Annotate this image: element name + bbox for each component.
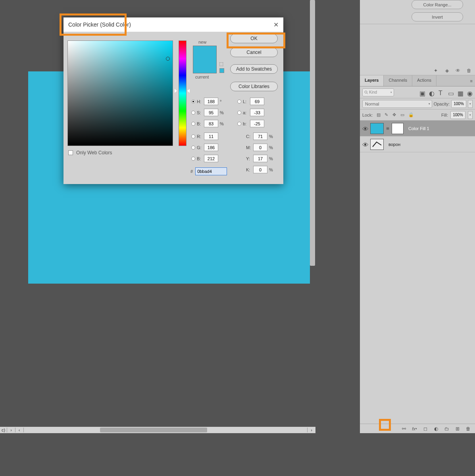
layer-name[interactable]: Color Fill 1: [408, 126, 429, 131]
close-icon[interactable]: ✕: [273, 21, 279, 29]
hue-slider[interactable]: [179, 40, 187, 146]
layer-row[interactable]: 👁 ворон: [360, 136, 475, 152]
dialog-titlebar[interactable]: Color Picker (Solid Color) ✕: [63, 17, 283, 32]
lock-row: Lock: ▨ ✎ ✥ ▭ 🔒 Fill: ▾: [360, 109, 475, 121]
Y-input[interactable]: [253, 155, 267, 162]
bri-radio[interactable]: [191, 122, 195, 126]
horizontal-scroll-track[interactable]: [25, 427, 307, 433]
opacity-label: Opacity:: [434, 102, 450, 106]
adjustment-layer-icon[interactable]: ◐: [433, 426, 439, 432]
opacity-dd[interactable]: ▾: [468, 100, 473, 108]
hscroll-left-arrow[interactable]: ‹: [15, 428, 24, 432]
opacity-input[interactable]: [451, 100, 466, 108]
lock-pixels-icon[interactable]: ✎: [385, 112, 390, 118]
saturation-field[interactable]: [67, 40, 173, 146]
lock-all-icon[interactable]: 🔒: [408, 112, 414, 118]
mask-icon[interactable]: ◻: [422, 426, 428, 432]
group-icon[interactable]: 🗀: [444, 426, 450, 432]
fill-dd[interactable]: ▾: [468, 111, 473, 119]
visibility-icon[interactable]: 👁: [455, 68, 461, 73]
saturation-field-row: S: %: [191, 109, 225, 116]
lock-transparency-icon[interactable]: ▨: [377, 112, 382, 118]
ok-button[interactable]: OK: [230, 34, 278, 43]
saturation-input[interactable]: [204, 109, 218, 116]
filter-type-icon[interactable]: T: [438, 90, 444, 95]
b-lab-radio[interactable]: [237, 122, 241, 126]
layer-name[interactable]: ворон: [388, 142, 400, 147]
fill-label: Fill:: [441, 113, 448, 117]
only-web-colors-label: Only Web Colors: [76, 150, 112, 155]
gamut-warning-icon[interactable]: ⬚: [219, 61, 225, 67]
L-radio[interactable]: [237, 100, 241, 104]
dialog-title-text: Color Picker (Solid Color): [68, 21, 131, 28]
blend-row: Normal ▾ Opacity: ▾: [360, 98, 475, 109]
green-input[interactable]: [204, 144, 218, 151]
blue-input[interactable]: [204, 155, 218, 162]
tab-channels[interactable]: Channels: [384, 75, 412, 86]
hex-input[interactable]: [195, 167, 227, 175]
cancel-button[interactable]: Cancel: [230, 48, 278, 57]
gamut-swatch[interactable]: [219, 68, 224, 73]
panel-menu-icon[interactable]: ≡: [470, 79, 473, 83]
hex-row: #: [190, 167, 227, 175]
trash-icon[interactable]: 🗑: [466, 68, 472, 73]
kind-filter-dropdown[interactable]: Kind ▾: [362, 88, 394, 96]
link-icon: 𝌆: [386, 127, 389, 131]
filter-smart-icon[interactable]: ▦: [458, 90, 463, 95]
a-radio[interactable]: [237, 111, 241, 115]
only-web-colors-checkbox[interactable]: Only Web Colors: [68, 150, 112, 155]
delete-layer-icon[interactable]: 🗑: [465, 426, 471, 432]
tab-actions[interactable]: Actions: [412, 75, 437, 86]
C-input[interactable]: [253, 132, 267, 140]
filter-adjust-icon[interactable]: ◐: [429, 90, 435, 95]
clip-icon[interactable]: ✦: [433, 68, 438, 73]
fx-icon[interactable]: fx▾: [412, 426, 417, 432]
M-field: M: %: [246, 144, 274, 151]
sat-radio[interactable]: [191, 111, 195, 115]
hue-input[interactable]: [204, 98, 218, 105]
lock-position-icon[interactable]: ✥: [392, 112, 398, 118]
layer-row[interactable]: 👁 𝌆 Color Fill 1: [360, 121, 475, 136]
layer-thumbnail[interactable]: [370, 139, 384, 150]
M-input[interactable]: [253, 144, 267, 151]
layer-thumbnail[interactable]: [370, 123, 384, 134]
lock-artboard-icon[interactable]: ▭: [400, 112, 406, 118]
color-range-button[interactable]: Color Range...: [412, 0, 463, 9]
hue-field: H: °: [191, 98, 225, 105]
add-to-swatches-button[interactable]: Add to Swatches: [230, 64, 278, 74]
saturation-picker-cursor[interactable]: [166, 57, 170, 61]
brightness-input[interactable]: [204, 120, 218, 127]
b-radio[interactable]: [191, 157, 195, 161]
blend-mode-dropdown[interactable]: Normal ▾: [362, 100, 432, 108]
filter-shape-icon[interactable]: ▭: [448, 90, 454, 95]
filter-pixel-icon[interactable]: ▣: [419, 90, 425, 95]
hscroll-right-arrow[interactable]: ›: [307, 428, 315, 432]
horizontal-scroll-thumb[interactable]: [100, 428, 207, 432]
a-input[interactable]: [250, 109, 264, 116]
hue-radio[interactable]: [191, 100, 195, 104]
link-layers-icon[interactable]: ⚯: [401, 426, 407, 432]
K-input[interactable]: [253, 166, 267, 173]
checkbox-icon[interactable]: [68, 150, 73, 155]
invert-button[interactable]: Invert: [412, 12, 463, 21]
current-color-swatch[interactable]: [193, 60, 216, 73]
b-lab-input[interactable]: [250, 120, 264, 127]
mask-thumbnail[interactable]: [392, 123, 404, 134]
status-arrow[interactable]: ›: [7, 428, 15, 432]
tab-layers[interactable]: Layers: [360, 75, 384, 86]
g-radio[interactable]: [191, 146, 195, 150]
view-prev-icon[interactable]: ◈: [444, 68, 450, 73]
color-libraries-button[interactable]: Color Libraries: [230, 82, 278, 91]
visibility-icon[interactable]: 👁: [362, 126, 368, 131]
visibility-icon[interactable]: 👁: [362, 142, 368, 147]
new-layer-icon[interactable]: ⊞: [454, 426, 460, 432]
r-radio[interactable]: [191, 134, 195, 138]
fill-input[interactable]: [450, 111, 465, 119]
vertical-scrollbar[interactable]: [310, 0, 315, 266]
K-field: K: %: [246, 166, 274, 173]
blend-mode-value: Normal: [365, 102, 379, 106]
L-input[interactable]: [250, 98, 264, 105]
filter-toggle-icon[interactable]: ◉: [467, 90, 473, 95]
red-input[interactable]: [204, 132, 218, 140]
lock-label: Lock:: [362, 113, 373, 117]
